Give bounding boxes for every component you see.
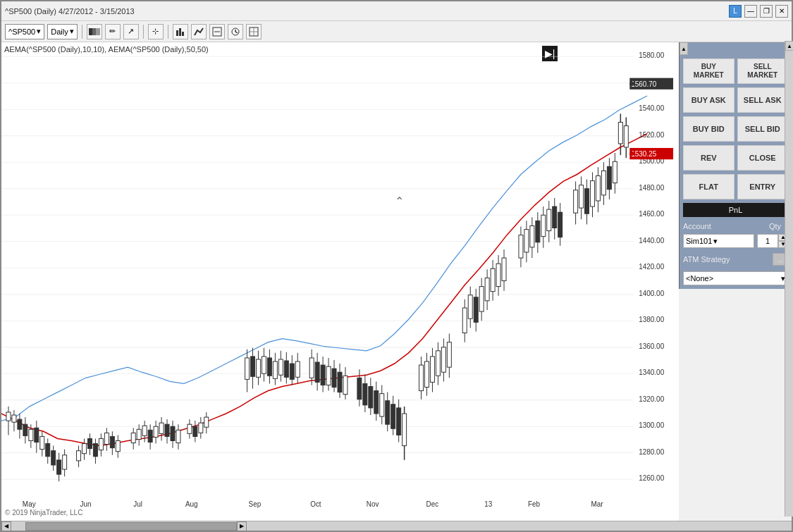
svg-rect-86 [176, 430, 180, 443]
svg-rect-204 [607, 166, 611, 189]
svg-rect-58 [87, 438, 92, 448]
buy-bid-button[interactable]: BUY BID [683, 116, 734, 142]
chart-icon-1 [176, 27, 185, 37]
svg-rect-180 [530, 225, 534, 247]
svg-text:1300.00: 1300.00 [639, 421, 664, 429]
atm-dropdown[interactable]: <None> ▾ [683, 271, 788, 285]
scroll-right-up[interactable]: ▲ [785, 42, 792, 51]
svg-rect-106 [273, 361, 277, 378]
svg-text:13: 13 [484, 500, 492, 508]
svg-rect-4 [179, 28, 181, 36]
svg-rect-74 [142, 426, 147, 435]
qty-input[interactable]: 1 [757, 234, 778, 248]
svg-text:1520.00: 1520.00 [639, 131, 664, 139]
qty-control: 1 ▲ ▼ [757, 234, 788, 248]
svg-rect-164 [474, 297, 478, 322]
svg-rect-134 [369, 386, 373, 407]
scrollbar-thumb[interactable] [25, 522, 237, 531]
svg-rect-130 [357, 378, 362, 399]
svg-text:1260.00: 1260.00 [639, 474, 664, 482]
svg-rect-66 [110, 436, 114, 447]
close-button[interactable]: CLOSE [737, 145, 789, 171]
svg-rect-128 [343, 376, 348, 394]
account-dropdown[interactable]: Sim101 ▾ [683, 234, 754, 248]
sell-ask-button[interactable]: SELL ASK [737, 87, 789, 113]
atm-strategy-row: ATM Strategy ... [683, 253, 788, 266]
svg-rect-136 [374, 391, 379, 414]
svg-rect-166 [479, 287, 484, 311]
chart-area[interactable]: AEMA(^SP500 (Daily),10,10), AEMA(^SP500 … [1, 42, 679, 521]
sell-market-button[interactable]: SELLMARKET [737, 58, 789, 84]
svg-rect-62 [99, 438, 103, 450]
svg-rect-90 [193, 426, 197, 436]
svg-text:1480.00: 1480.00 [639, 184, 664, 192]
scroll-right-arrow[interactable]: ▶ [237, 521, 247, 531]
scroll-track [785, 51, 792, 516]
svg-rect-160 [462, 308, 467, 333]
arrow-btn[interactable]: ↗ [123, 24, 139, 39]
chart-btn-1[interactable] [173, 24, 188, 39]
svg-rect-72 [137, 429, 141, 439]
svg-rect-196 [585, 189, 589, 214]
svg-text:1580.00: 1580.00 [639, 51, 664, 59]
svg-rect-118 [315, 362, 319, 382]
chart-btn-2[interactable] [191, 24, 207, 39]
svg-rect-84 [171, 426, 175, 440]
svg-rect-206 [613, 161, 617, 183]
svg-rect-162 [468, 295, 472, 318]
scroll-left-arrow[interactable]: ◀ [1, 521, 11, 531]
svg-rect-32 [6, 412, 11, 421]
svg-rect-70 [131, 433, 135, 443]
svg-text:1380.00: 1380.00 [639, 316, 664, 323]
symbol-dropdown[interactable]: ^SP500 ▾ [5, 24, 44, 39]
svg-text:1540.00: 1540.00 [639, 104, 664, 112]
svg-rect-34 [12, 415, 16, 422]
toolbar-separator-3 [168, 25, 168, 39]
svg-rect-44 [40, 436, 44, 449]
buy-ask-button[interactable]: BUY ASK [683, 87, 734, 113]
chart-btn-3[interactable] [209, 24, 225, 39]
pnl-label: PnL [683, 203, 788, 217]
svg-rect-68 [116, 440, 120, 451]
rev-close-row: REV CLOSE [683, 145, 788, 171]
close-button[interactable]: ✕ [775, 5, 788, 18]
svg-rect-182 [536, 221, 540, 242]
svg-rect-170 [491, 268, 495, 291]
period-dropdown[interactable]: Daily ▾ [47, 24, 77, 39]
svg-rect-124 [332, 369, 336, 387]
svg-rect-92 [199, 423, 203, 433]
sell-bid-button[interactable]: SELL BID [737, 116, 789, 142]
chart-btn-5[interactable] [246, 24, 262, 39]
restore-button[interactable]: ❐ [760, 5, 773, 18]
buy-market-button[interactable]: BUYMARKET [683, 58, 734, 84]
svg-rect-140 [386, 401, 390, 424]
trading-panel: ▲ BUYMARKET SELLMARKET BUY ASK SELL ASK [679, 42, 792, 289]
svg-rect-88 [188, 424, 192, 433]
svg-text:1280.00: 1280.00 [639, 448, 664, 456]
svg-rect-112 [290, 364, 294, 379]
svg-rect-48 [51, 451, 56, 465]
flat-button[interactable]: FLAT [683, 174, 734, 199]
qty-label: Qty [769, 222, 781, 230]
svg-rect-184 [541, 215, 546, 236]
atm-strategy-label: ATM Strategy [683, 255, 730, 264]
svg-rect-82 [165, 424, 169, 436]
svg-rect-52 [63, 455, 67, 469]
svg-text:Mar: Mar [591, 500, 604, 508]
chart-btn-4[interactable] [228, 24, 243, 39]
svg-rect-110 [284, 361, 288, 377]
svg-rect-120 [321, 365, 325, 385]
svg-rect-202 [601, 171, 605, 194]
entry-button[interactable]: ENTRY [737, 174, 789, 199]
cursor-btn[interactable]: ⊹ [148, 24, 164, 39]
scroll-up-button[interactable]: ▲ [680, 42, 688, 55]
layout-button[interactable]: L [729, 5, 742, 18]
rev-button[interactable]: REV [683, 145, 734, 171]
pen-btn[interactable]: ✏ [105, 24, 121, 39]
window-title: ^SP500 (Daily) 4/27/2012 - 3/15/2013 [5, 7, 135, 16]
svg-rect-5 [182, 32, 184, 36]
svg-rect-150 [425, 361, 429, 387]
minimize-button[interactable]: — [744, 5, 757, 18]
svg-text:Nov: Nov [367, 500, 379, 508]
color-picker-btn[interactable] [87, 24, 102, 39]
